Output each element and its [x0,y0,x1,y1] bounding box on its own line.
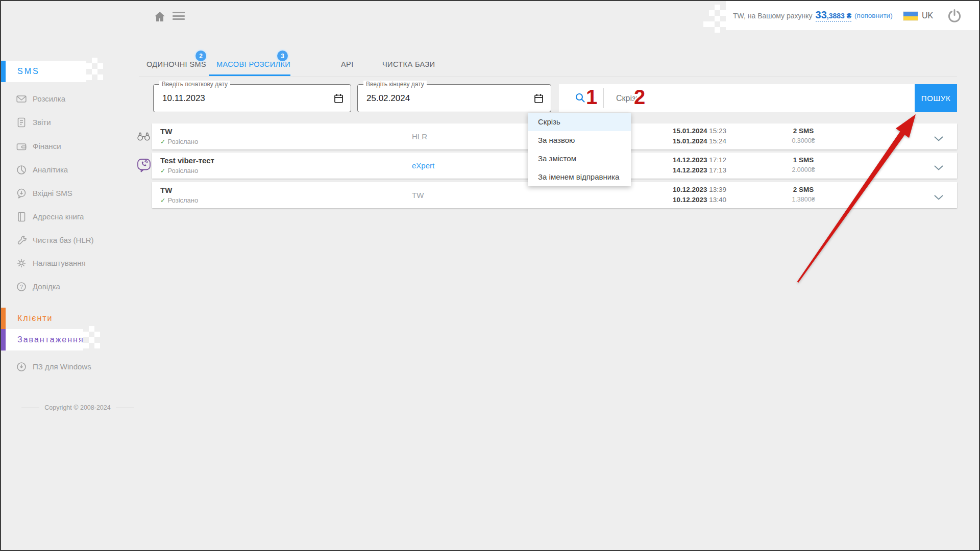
sidebar-item-windows-app[interactable]: ПЗ для Windows [1,355,118,379]
clients-section-bar [1,308,6,329]
search-button[interactable]: ПОШУК [915,84,957,112]
sender-name: TW [412,182,424,208]
campaign-status: ✓Розіслано [160,167,198,174]
expand-chevron-icon[interactable] [934,163,943,168]
topup-link[interactable]: (поповнити) [854,12,893,19]
address-book-icon [16,212,27,222]
sidebar-item-zvity[interactable]: Звіти [1,111,118,134]
start-datetime: 10.12.2023 13:39 [673,186,726,193]
dropdown-item-za-imenem[interactable]: За іменем відправника [528,168,631,186]
dropdown-item-za-zmistom[interactable]: За змістом [528,149,631,168]
sidebar-item-vhidni-sms[interactable]: Вхідні SMS [1,182,118,205]
wrench-icon [16,235,27,245]
sent-check-icon: ✓ [160,167,165,174]
sms-section-active-bar [1,61,6,82]
sent-check-icon: ✓ [160,197,165,204]
download-icon [16,362,27,372]
report-icon [16,117,27,128]
end-datetime: 14.12.2023 17:13 [673,166,726,174]
copyright: Copyright © 2008-2024 [21,404,134,411]
sender-name-link[interactable]: eXpert [412,153,434,179]
gear-icon [16,258,27,268]
sidebar-item-dovidka[interactable]: ? Довідка [1,275,118,298]
sms-price: 0.3000₴ [779,137,828,144]
calendar-icon[interactable] [334,93,344,104]
annotation-step-1: 1 [586,87,597,107]
svg-text:?: ? [20,284,23,290]
tab-api[interactable]: API [341,54,354,76]
inbox-bubble-icon [16,188,27,198]
campaign-title: TW [160,186,172,194]
account-balance: TW, на Вашому рахунку 33,3883 ₴ (поповни… [733,1,893,30]
home-icon [153,10,166,23]
binoculars-icon [137,131,151,143]
sms-count: 2 SMS [779,127,828,135]
home-button[interactable] [153,10,166,23]
start-datetime: 15.01.2024 15:23 [673,127,726,135]
balance-amount[interactable]: 33,3883 ₴ [816,10,852,22]
tab-chystka-bazy[interactable]: ЧИСТКА БАЗИ [382,54,435,76]
sidebar-section-downloads[interactable]: Завантаження [6,329,83,350]
sender-name: HLR [412,123,427,149]
dropdown-item-skriz[interactable]: Скрізь [528,113,631,131]
tab-masovi-rozsylky-badge: 3 [277,51,288,61]
annotation-arrow [1,1,980,551]
sidebar-section-sms[interactable]: SMS [6,61,86,82]
tabs-divider [139,76,957,77]
campaign-title: TW [160,127,172,136]
sidebar-item-finansy[interactable]: Фінанси [1,135,118,158]
search-icon [574,92,586,104]
date-to-field[interactable]: Введіть кінцеву дату 25.02.2024 [357,84,551,112]
sms-price: 1.3800₴ [779,196,828,203]
active-tab-underline [209,74,290,76]
sms-price: 2.0000₴ [779,166,828,173]
language-selector[interactable]: UK [922,1,933,30]
date-from-field[interactable]: Введіть початкову дату 10.11.2023 [153,84,351,112]
start-datetime: 14.12.2023 17:12 [673,156,726,164]
search-mode-dropdown: Скрізь За назвою За змістом За іменем ві… [528,113,631,186]
sidebar-item-analityka[interactable]: Аналітика [1,158,118,182]
wallet-icon [16,141,27,152]
sidebar-item-nalashtuvannia[interactable]: Налаштування [1,252,118,275]
hamburger-menu-button[interactable] [173,12,185,22]
expand-chevron-icon[interactable] [934,134,943,139]
tab-odynochni-sms-badge: 2 [195,51,206,61]
envelope-icon [16,94,27,104]
pie-chart-icon [16,165,27,175]
campaign-status: ✓Розіслано [160,138,198,145]
sent-check-icon: ✓ [160,138,165,145]
downloads-section-bar [1,329,6,350]
viber-icon [137,158,151,174]
campaign-status: ✓Розіслано [160,196,198,204]
annotation-step-2: 2 [634,87,645,107]
sidebar-item-adresna-knyha[interactable]: Адресна книга [1,205,118,229]
date-to-value[interactable]: 25.02.2024 [366,85,410,112]
help-icon: ? [16,282,27,292]
sms-count: 2 SMS [779,186,828,193]
expand-chevron-icon[interactable] [934,193,943,198]
sms-count: 1 SMS [779,156,828,164]
end-datetime: 15.01.2024 15:24 [673,137,726,145]
sidebar-item-rozsylka[interactable]: Розсилка [1,87,118,111]
account-label: TW, на Вашому рахунку [733,12,813,20]
sidebar-item-chystka-baz[interactable]: Чистка баз (HLR) [1,229,118,252]
ukraine-flag-icon[interactable] [903,12,918,20]
end-datetime: 10.12.2023 13:40 [673,196,726,204]
power-icon [947,8,962,23]
calendar-icon[interactable] [534,93,544,104]
logout-button[interactable] [947,8,962,23]
sms-web-app: TW, на Вашому рахунку 33,3883 ₴ (поповни… [0,0,980,551]
dropdown-item-za-nazvoyu[interactable]: За назвою [528,131,631,149]
search-input[interactable] [604,84,920,112]
hamburger-icon [173,12,185,13]
date-from-value[interactable]: 10.11.2023 [162,85,205,112]
campaign-title: Test viber-тест [160,156,214,165]
search-box [559,84,915,112]
